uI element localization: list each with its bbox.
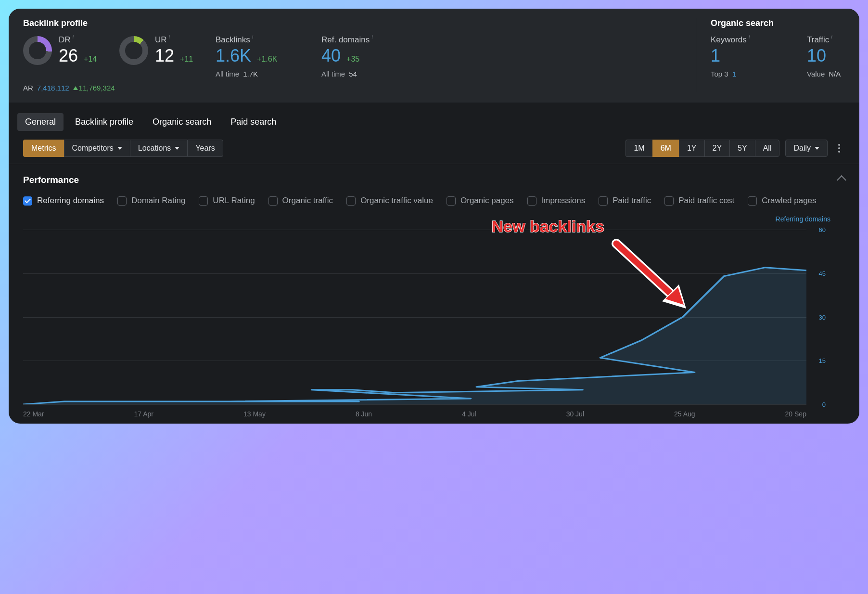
- metric-value[interactable]: 1: [711, 46, 720, 66]
- info-icon[interactable]: i: [371, 34, 373, 39]
- checkbox-icon: [447, 196, 456, 206]
- chevron-up-icon[interactable]: [837, 175, 846, 185]
- chevron-down-icon: [175, 147, 179, 150]
- info-icon[interactable]: i: [73, 34, 74, 39]
- checkbox-paid-traffic-cost[interactable]: Paid traffic cost: [664, 196, 734, 206]
- range-all-button[interactable]: All: [755, 140, 780, 157]
- x-tick: 20 Sep: [785, 410, 806, 418]
- range-5y-button[interactable]: 5Y: [729, 140, 755, 157]
- range-1m-button[interactable]: 1M: [625, 140, 652, 157]
- toolbar: MetricsCompetitorsLocationsYears 1M6M1Y2…: [9, 140, 859, 157]
- more-options-button[interactable]: [833, 142, 845, 154]
- checkbox-icon: [599, 196, 608, 206]
- metrics-button[interactable]: Metrics: [23, 140, 64, 157]
- metric-value: 26: [59, 46, 78, 66]
- metric-label: Traffici: [807, 35, 841, 45]
- checkbox-label: Crawled pages: [762, 196, 816, 206]
- checkbox-icon: [748, 196, 757, 206]
- locations-button[interactable]: Locations: [130, 140, 188, 157]
- metric-backlinks[interactable]: Backlinksi 1.6K +1.6K All time 1.7K: [216, 35, 321, 78]
- metric-delta: +1.6K: [257, 55, 277, 64]
- metric-dr[interactable]: DRi 26 +14: [23, 35, 119, 66]
- chart-legend[interactable]: Referring domains: [776, 215, 830, 223]
- x-tick: 13 May: [243, 410, 266, 418]
- checkbox-label: Organic pages: [460, 196, 514, 206]
- time-range-switcher: 1M6M1Y2Y5YAll: [625, 140, 779, 157]
- tab-organic-search[interactable]: Organic search: [145, 113, 219, 131]
- section-title: Backlink profile: [23, 18, 696, 28]
- metric-value: 12: [155, 46, 174, 66]
- view-switcher: MetricsCompetitorsLocationsYears: [23, 140, 223, 157]
- metric-label: Keywordsi: [711, 35, 807, 45]
- checkbox-label: Organic traffic: [282, 196, 333, 206]
- x-tick: 8 Jun: [356, 410, 372, 418]
- checkbox-organic-pages[interactable]: Organic pages: [447, 196, 514, 206]
- metric-value[interactable]: 10: [807, 46, 826, 66]
- checkbox-label: Organic traffic value: [360, 196, 433, 206]
- checkbox-url-rating[interactable]: URL Rating: [199, 196, 255, 206]
- competitors-button[interactable]: Competitors: [64, 140, 130, 157]
- dashboard-window: Backlink profile DRi 26 +14: [9, 9, 859, 424]
- checkbox-label: URL Rating: [213, 196, 255, 206]
- y-tick: 30: [819, 313, 826, 321]
- checkbox-paid-traffic[interactable]: Paid traffic: [599, 196, 651, 206]
- metric-delta: +11: [180, 55, 193, 64]
- ar-value[interactable]: 7,418,112: [37, 84, 69, 92]
- y-tick: 60: [819, 226, 826, 233]
- metrics-row: DRi 26 +14 URi: [23, 35, 696, 78]
- checkbox-organic-traffic-value[interactable]: Organic traffic value: [346, 196, 433, 206]
- y-tick: 0: [822, 401, 826, 408]
- metric-value[interactable]: 40: [321, 46, 341, 66]
- checkbox-icon: [23, 196, 32, 206]
- backlink-profile-section: Backlink profile DRi 26 +14: [23, 18, 696, 92]
- checkbox-icon: [346, 196, 356, 206]
- x-tick: 17 Apr: [134, 410, 153, 418]
- info-icon[interactable]: i: [831, 34, 832, 39]
- performance-chart[interactable]: 01530456022 Mar17 Apr13 May8 Jun4 Jul30 …: [23, 230, 806, 404]
- y-tick: 15: [819, 357, 826, 364]
- metric-keywords[interactable]: Keywordsi 1 Top 3 1: [711, 35, 807, 78]
- main-tabs: GeneralBacklink profileOrganic searchPai…: [9, 103, 859, 140]
- info-icon[interactable]: i: [749, 34, 750, 39]
- metric-label: Ref. domainsi: [321, 35, 432, 45]
- x-tick: 22 Mar: [23, 410, 44, 418]
- checkbox-label: Referring domains: [37, 196, 104, 206]
- granularity-button[interactable]: Daily: [785, 140, 828, 157]
- checkbox-icon: [664, 196, 674, 206]
- metric-ref-domains[interactable]: Ref. domainsi 40 +35 All time 54: [321, 35, 432, 78]
- checkbox-impressions[interactable]: Impressions: [527, 196, 586, 206]
- checkbox-label: Domain Rating: [131, 196, 185, 206]
- triangle-up-icon: [73, 86, 78, 90]
- metric-sub: Value N/A: [807, 70, 841, 78]
- organic-search-section: Organic search Keywordsi 1 Top 3 1: [696, 18, 845, 92]
- x-tick: 30 Jul: [566, 410, 584, 418]
- checkbox-label: Impressions: [541, 196, 586, 206]
- top-metrics-panel: Backlink profile DRi 26 +14: [9, 9, 859, 103]
- range-2y-button[interactable]: 2Y: [704, 140, 730, 157]
- metric-ur[interactable]: URi 12 +11: [119, 35, 216, 66]
- metric-label: URi: [155, 35, 193, 45]
- y-tick: 45: [819, 270, 826, 277]
- checkbox-domain-rating[interactable]: Domain Rating: [117, 196, 185, 206]
- tab-backlink-profile[interactable]: Backlink profile: [67, 113, 141, 131]
- metric-value[interactable]: 1.6K: [216, 46, 251, 66]
- metric-delta: +35: [346, 55, 359, 64]
- checkbox-crawled-pages[interactable]: Crawled pages: [748, 196, 816, 206]
- chevron-down-icon: [117, 147, 122, 150]
- range-1y-button[interactable]: 1Y: [679, 140, 704, 157]
- tab-paid-search[interactable]: Paid search: [223, 113, 284, 131]
- info-icon[interactable]: i: [252, 34, 254, 39]
- range-6m-button[interactable]: 6M: [652, 140, 679, 157]
- tab-general[interactable]: General: [17, 113, 64, 131]
- checkbox-icon: [199, 196, 208, 206]
- toolbar-right: 1M6M1Y2Y5YAll Daily: [625, 140, 845, 157]
- years-button[interactable]: Years: [187, 140, 223, 157]
- checkbox-referring-domains[interactable]: Referring domains: [23, 196, 104, 206]
- checkbox-icon: [117, 196, 127, 206]
- info-icon[interactable]: i: [169, 34, 170, 39]
- metric-label: Backlinksi: [216, 35, 321, 45]
- checkbox-icon: [527, 196, 536, 206]
- checkbox-organic-traffic[interactable]: Organic traffic: [268, 196, 333, 206]
- chevron-down-icon: [815, 147, 819, 150]
- metric-traffic[interactable]: Traffici 10 Value N/A: [807, 35, 841, 78]
